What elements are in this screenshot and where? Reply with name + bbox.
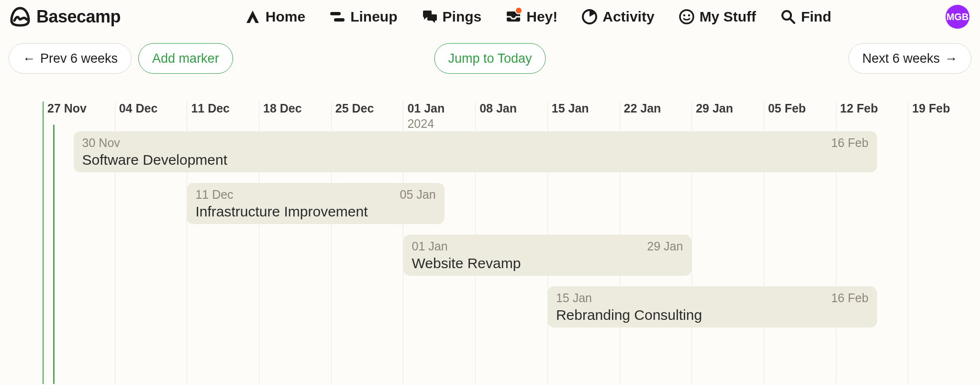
nav-find[interactable]: Find — [780, 9, 831, 25]
project-start-date: 15 Jan — [556, 291, 592, 305]
nav-home[interactable]: Home — [245, 9, 305, 25]
column-date-label: 22 Jan — [624, 102, 661, 115]
nav-label: Pings — [443, 9, 482, 25]
avatar[interactable]: MGB — [946, 5, 969, 29]
svg-point-3 — [680, 10, 693, 23]
nav-label: Find — [801, 9, 831, 25]
column-date-label: 08 Jan — [479, 102, 517, 115]
project-title: Software Development — [82, 152, 869, 168]
svg-point-5 — [688, 14, 690, 16]
project-end-date: 29 Jan — [647, 239, 683, 253]
project-end-date: 16 Feb — [831, 136, 869, 150]
button-label: Prev 6 weeks — [40, 51, 118, 66]
nav-label: Activity — [602, 9, 654, 25]
project-title: Rebranding Consulting — [556, 307, 869, 323]
column-year-label: 2024 — [407, 117, 434, 131]
lineup-icon — [329, 9, 345, 25]
column-date-label: 18 Dec — [263, 102, 302, 115]
button-label: Next 6 weeks — [862, 51, 940, 66]
activity-icon — [581, 9, 598, 25]
column-date-label: 12 Feb — [840, 102, 878, 115]
column-date-label: 15 Jan — [552, 102, 589, 115]
timeline-column: 19 Feb — [908, 102, 980, 384]
button-label: Jump to Today — [448, 51, 532, 66]
arrow-left-icon: ← — [22, 51, 35, 66]
timeline: 27 Nov04 Dec11 Dec18 Dec25 Dec01 Jan2024… — [0, 102, 980, 384]
brand[interactable]: Basecamp — [9, 5, 121, 28]
basecamp-logo-icon — [9, 5, 32, 28]
today-marker — [53, 125, 55, 384]
column-date-label: 04 Dec — [119, 102, 158, 115]
project-bar[interactable]: 30 Nov16 FebSoftware Development — [74, 131, 877, 172]
nav-label: Home — [266, 9, 305, 25]
column-date-label: 27 Nov — [47, 102, 87, 115]
project-bar[interactable]: 01 Jan29 JanWebsite Revamp — [403, 235, 692, 276]
nav-pings[interactable]: Pings — [422, 9, 482, 25]
nav-activity[interactable]: Activity — [581, 9, 654, 25]
pings-icon — [422, 9, 438, 25]
column-date-label: 01 Jan — [407, 102, 445, 115]
home-icon — [245, 9, 261, 25]
top-nav: Basecamp Home Lineup — [0, 0, 980, 34]
svg-rect-1 — [334, 18, 345, 22]
nav-hey[interactable]: Hey! — [505, 9, 557, 25]
project-end-date: 05 Jan — [400, 188, 436, 202]
nav-label: My Stuff — [700, 9, 756, 25]
mystuff-icon — [679, 9, 695, 25]
nav-label: Lineup — [350, 9, 397, 25]
svg-point-4 — [683, 14, 685, 16]
project-bar[interactable]: 15 Jan16 FebRebranding Consulting — [547, 286, 877, 328]
project-bar[interactable]: 11 Dec05 JanInfrastructure Improvement — [187, 183, 444, 224]
column-date-label: 25 Dec — [335, 102, 374, 115]
nav-label: Hey! — [526, 9, 557, 25]
arrow-right-icon: → — [945, 51, 958, 66]
nav-lineup[interactable]: Lineup — [329, 9, 397, 25]
project-start-date: 11 Dec — [195, 188, 233, 202]
button-label: Add marker — [152, 51, 219, 66]
column-date-label: 05 Feb — [768, 102, 806, 115]
project-start-date: 01 Jan — [412, 239, 448, 253]
project-end-date: 16 Feb — [831, 291, 869, 305]
column-date-label: 29 Jan — [696, 102, 733, 115]
nav-items: Home Lineup Pings — [140, 9, 936, 25]
column-date-label: 19 Feb — [912, 102, 950, 115]
add-marker-button[interactable]: Add marker — [138, 43, 233, 74]
avatar-initials: MGB — [947, 11, 969, 23]
project-start-date: 30 Nov — [82, 136, 120, 150]
project-title: Website Revamp — [412, 255, 683, 272]
next-weeks-button[interactable]: Next 6 weeks → — [848, 43, 971, 74]
project-title: Infrastructure Improvement — [195, 204, 435, 220]
prev-weeks-button[interactable]: ← Prev 6 weeks — [9, 43, 132, 74]
jump-today-button[interactable]: Jump to Today — [434, 43, 546, 74]
search-icon — [780, 9, 796, 25]
svg-line-7 — [790, 19, 794, 23]
column-date-label: 11 Dec — [191, 102, 230, 115]
svg-rect-0 — [330, 12, 341, 15]
nav-mystuff[interactable]: My Stuff — [679, 9, 756, 25]
lineup-toolbar: ← Prev 6 weeks Add marker Jump to Today … — [0, 34, 980, 77]
brand-name: Basecamp — [36, 7, 121, 27]
